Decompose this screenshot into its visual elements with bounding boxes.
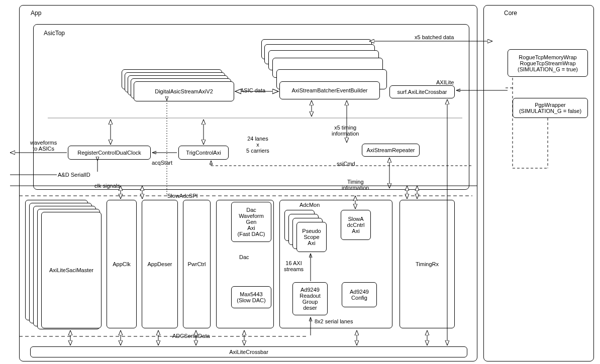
adc-serial-label: ADCSerialData: [171, 333, 212, 339]
ad9249-readout: Ad9249 Readout Group deser: [292, 282, 328, 315]
digital-asic-label: DigitalAsicStreamAxiV2: [155, 88, 213, 94]
asic-data-label: ASIC data: [240, 87, 265, 93]
ad-serial-label: A&D SerialID: [58, 172, 90, 178]
axi-batcher-label: AxiStreamBatcherEventBuilder: [291, 87, 367, 93]
ad9249-config: Ad9249 Config: [342, 282, 377, 307]
app-deser: AppDeser: [142, 200, 178, 328]
ad9249c-label: Ad9249 Config: [350, 289, 369, 301]
register-control-label: RegisterControlDualClock: [77, 150, 141, 156]
appdeser-label: AppDeser: [148, 261, 172, 267]
timing-rx: TimingRx: [399, 200, 455, 328]
max5443-label: Max5443 (Slow DAC): [237, 291, 265, 303]
rogue-label: RogueTcpMemoryWrap RogueTcpStreamWrap (S…: [518, 54, 578, 72]
asictop-container: AsicTop: [33, 24, 469, 190]
ad9249r-label: Ad9249 Readout Group deser: [299, 287, 321, 311]
register-control: RegisterControlDualClock: [68, 146, 151, 160]
slow-adc-cntrl: SlowA dcCntrl Axi: [341, 210, 371, 240]
serial-lanes-label: 8x2 serial lanes: [315, 318, 353, 324]
timingrx-label: TimingRx: [416, 261, 439, 267]
surf-crossbar-label: surf.AxiLiteCrossbar: [397, 89, 447, 95]
trig-control: TrigControlAxi: [178, 146, 229, 160]
appclk-label: AppClk: [113, 261, 130, 267]
clk-signals-label: clk signals: [94, 183, 120, 189]
core-label: Core: [504, 10, 517, 17]
pwr-ctrl: PwrCtrl: [183, 200, 211, 328]
digital-asic-stream: DigitalAsicStreamAxiV2: [134, 81, 234, 101]
axi-stream-batcher: AxiStreamBatcherEventBuilder: [279, 81, 380, 99]
dac-waveform: Dac Waveform Gen Axi (Fast DAC): [231, 202, 271, 242]
axi-lite-saci-master: AxiLiteSaciMaster: [41, 212, 102, 328]
slowadcspi-label: SlowAdcSPI: [166, 193, 199, 199]
dacwave-label: Dac Waveform Gen Axi (Fast DAC): [238, 207, 265, 237]
adcmon-label: AdcMon: [299, 202, 320, 208]
pwrctrl-label: PwrCtrl: [187, 261, 206, 267]
lanes-label: 24 lanes x 5 carriers: [246, 136, 269, 154]
pgp-wrapper-box: PgpWrapper (SIMULATION_G = false): [513, 98, 588, 118]
app-label: App: [31, 10, 41, 17]
trig-label: TrigControlAxi: [186, 150, 221, 156]
x5-batched-label: x5 batched data: [415, 34, 454, 40]
axi-stream-repeater: AxiStreamRepeater: [362, 144, 420, 157]
timing-info-label: Timing information: [342, 179, 369, 191]
bottom-crossbar-label: AxiLiteCrossbar: [229, 349, 268, 355]
waveforms-label: waveforms to ASICs: [30, 140, 57, 152]
acqstart-label: acqStart: [152, 160, 172, 166]
surf-axilite-crossbar: surf.AxiLiteCrossbar: [389, 85, 455, 98]
axi16-label: 16 AXI streams: [284, 260, 304, 272]
x5timing-label: x5 timing information: [332, 125, 359, 137]
saci-label: AxiLiteSaciMaster: [49, 267, 93, 273]
repeater-label: AxiStreamRepeater: [367, 147, 415, 153]
ssicmd-label: ssiCmd: [337, 161, 355, 167]
app-clk: AppClk: [107, 200, 137, 328]
max5443: Max5443 (Slow DAC): [231, 286, 271, 308]
pgp-label: PgpWrapper (SIMULATION_G = false): [519, 102, 581, 114]
dac-label: Dac: [239, 254, 249, 260]
axilite-label: AXILite: [436, 79, 454, 85]
axi-lite-crossbar-bottom: AxiLiteCrossbar: [30, 346, 467, 357]
asictop-label: AsicTop: [44, 30, 65, 37]
pseudo-scope: Pseudo Scope Axi: [296, 222, 327, 252]
rogue-tcp-box: RogueTcpMemoryWrap RogueTcpStreamWrap (S…: [508, 49, 588, 77]
pseudo-label: Pseudo Scope Axi: [302, 228, 321, 246]
slowadc-label: SlowA dcCntrl Axi: [347, 216, 365, 234]
